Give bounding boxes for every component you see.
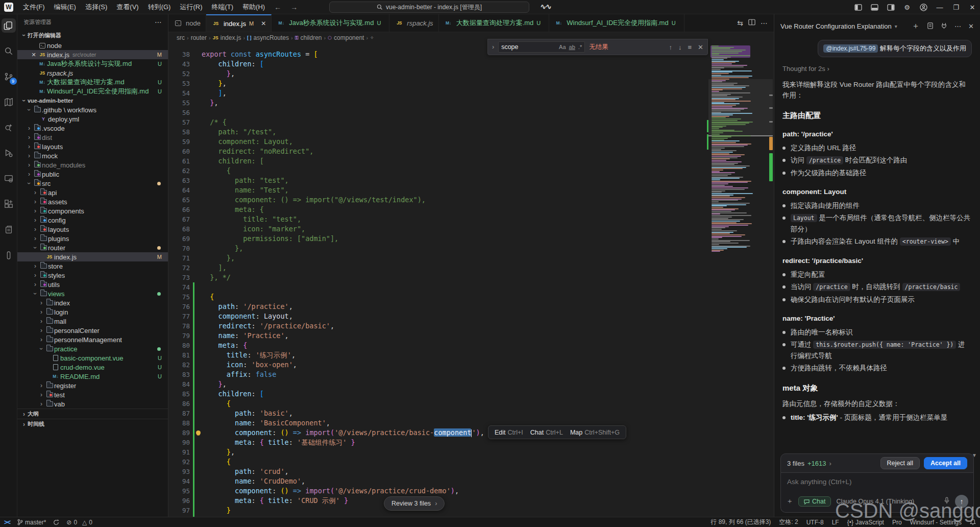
map-action[interactable]: MapCtrl+Shift+G <box>570 429 620 436</box>
git-branch-item[interactable]: master* <box>17 519 46 526</box>
send-button[interactable]: ↑ <box>955 495 968 508</box>
breadcrumb-item[interactable]: src <box>177 34 185 41</box>
edit-action[interactable]: EditCtrl+I <box>495 429 523 436</box>
code-line[interactable]: 83 affix: false <box>168 370 707 379</box>
add-context-icon[interactable]: ＋ <box>786 497 793 506</box>
open-editor-item[interactable]: M↓大数据量查询处理方案.mdU <box>17 78 168 87</box>
tree-item[interactable]: crud-demo.vueU <box>17 363 168 372</box>
tab-close-icon[interactable]: ✕ <box>261 20 266 27</box>
toggle-panel-icon[interactable] <box>867 0 882 14</box>
find-next-icon[interactable]: ↓ <box>678 43 682 51</box>
toggle-sidebar-left-icon[interactable] <box>850 0 866 14</box>
tree-item[interactable]: ›utils <box>17 280 168 289</box>
activity-capsule-icon[interactable] <box>2 248 16 262</box>
activity-explorer-icon[interactable] <box>2 18 16 33</box>
activity-source-control-icon[interactable]: 9 <box>2 69 16 84</box>
code-line[interactable]: 57 /* { <box>168 117 707 127</box>
workspace-root[interactable]: › vue-admin-better <box>17 96 168 105</box>
code-line[interactable]: 72 ], <box>168 263 707 273</box>
code-line[interactable]: 76 path: '/practice', <box>168 302 707 312</box>
tree-item[interactable]: ›router <box>17 243 168 252</box>
tree-item[interactable]: ›personnelManagement <box>17 335 168 344</box>
command-center-search[interactable]: vue-admin-better - index.js [管理员] <box>329 2 529 13</box>
code-line[interactable]: 79 name: 'Practice', <box>168 331 707 341</box>
plan-item[interactable]: Pro <box>892 519 902 526</box>
menu-item[interactable]: 帮助(H) <box>238 0 270 14</box>
code-line[interactable]: 65 component: () => import("@/views/test… <box>168 195 707 205</box>
code-line[interactable]: 75 { <box>168 292 707 302</box>
cursor-position-item[interactable]: 行 89, 列 66 (已选择3) <box>710 518 771 526</box>
open-editor-item[interactable]: ✕JSindex.jssrc\routerM <box>17 50 168 59</box>
find-close-icon[interactable]: ✕ <box>698 43 703 51</box>
tree-item[interactable]: basic-component.vueU <box>17 353 168 363</box>
tree-item[interactable]: ›dist <box>17 133 168 142</box>
history-icon[interactable] <box>927 22 934 31</box>
plug-icon[interactable] <box>941 22 947 31</box>
tree-item[interactable]: ›config <box>17 215 168 225</box>
settings-gear-icon[interactable]: ⚙ <box>899 0 915 14</box>
tree-item[interactable]: ›vab <box>17 399 168 409</box>
code-line[interactable]: 94 name: 'CrudDemo', <box>168 476 707 486</box>
tree-item[interactable]: ›components <box>17 206 168 215</box>
find-prev-icon[interactable]: ↑ <box>669 43 673 51</box>
indentation-item[interactable]: 空格: 2 <box>779 518 798 526</box>
tree-item[interactable]: Ydeploy.yml <box>17 114 168 124</box>
review-files-button[interactable]: Review 3 files › <box>384 496 445 511</box>
activity-extensions-icon[interactable] <box>2 197 16 211</box>
open-editor-item[interactable]: >_node <box>17 41 168 50</box>
chat-mode-selector[interactable]: Chat <box>798 496 831 507</box>
sync-changes-item[interactable] <box>53 519 59 525</box>
mic-icon[interactable] <box>944 497 950 506</box>
tree-item[interactable]: ›src <box>17 179 168 188</box>
tree-item[interactable]: ›plugins <box>17 234 168 243</box>
language-mode-item[interactable]: {•}JavaScript <box>847 519 884 526</box>
menu-item[interactable]: 终端(T) <box>207 0 238 14</box>
menu-item[interactable]: 转到(G) <box>143 0 176 14</box>
menu-item[interactable]: 文件(F) <box>18 0 50 14</box>
problems-item[interactable]: ⊘0 △0 <box>66 519 92 526</box>
editor-tab[interactable]: JSrspack.js <box>389 14 438 32</box>
whole-word-icon[interactable]: ab <box>569 44 575 50</box>
more-actions-icon[interactable]: ⋯ <box>954 22 961 30</box>
regex-icon[interactable]: .* <box>578 44 582 50</box>
code-line[interactable]: 58 path: "/test", <box>168 127 707 137</box>
code-line[interactable]: 68 icon: "marker", <box>168 224 707 234</box>
code-line[interactable]: 95 component: () => import('@/views/prac… <box>168 486 707 496</box>
breadcrumb-item[interactable]: index.js <box>220 34 241 41</box>
tree-item[interactable]: ›personalCenter <box>17 326 168 335</box>
close-panel-icon[interactable]: ✕ <box>968 22 974 30</box>
code-line[interactable]: 84 }, <box>168 379 707 389</box>
code-line[interactable]: 78 redirect: '/practice/basic', <box>168 321 707 331</box>
code-line[interactable]: 92 { <box>168 457 707 467</box>
tree-item[interactable]: ›assets <box>17 197 168 206</box>
code-line[interactable]: 60 redirect: "noRedirect", <box>168 147 707 156</box>
tree-item[interactable]: ›views <box>17 289 168 298</box>
code-line[interactable]: 59 component: Layout, <box>168 137 707 147</box>
code-line[interactable]: 74 <box>168 282 707 292</box>
editor-tab[interactable]: JSindex.jsM✕ <box>206 14 272 32</box>
open-editor-item[interactable]: M↓Windsurf_AI_IDE完全使用指南.mdU <box>17 87 168 96</box>
code-line[interactable]: 56 <box>168 108 707 117</box>
code-line[interactable]: 86 { <box>168 399 707 409</box>
tree-item[interactable]: ›node_modules <box>17 160 168 170</box>
code-line[interactable]: 93 path: 'crud', <box>168 467 707 476</box>
timeline-section[interactable]: › 时间线 <box>17 419 168 429</box>
split-editor-icon[interactable] <box>748 19 755 27</box>
code-line[interactable]: 80 meta: { <box>168 341 707 350</box>
menu-item[interactable]: 查看(V) <box>112 0 143 14</box>
code-editor[interactable]: 38export const asyncRoutes = [43 childre… <box>168 43 774 517</box>
breadcrumb-item[interactable]: router <box>191 34 207 41</box>
close-file-icon[interactable]: ✕ <box>30 52 38 58</box>
code-line[interactable]: 77 component: Layout, <box>168 312 707 321</box>
code-line[interactable]: 90 meta: { title: '基础组件练习' } <box>168 438 707 447</box>
explorer-more-actions-icon[interactable]: ⋯ <box>155 18 162 26</box>
editor-tab[interactable]: M↓Windsurf_AI_IDE完全使用指南.mdU <box>549 14 684 32</box>
tree-item[interactable]: ›mock <box>17 151 168 160</box>
lightbulb-icon[interactable] <box>194 430 202 435</box>
code-line[interactable]: 70 }, <box>168 244 707 253</box>
activity-remote-icon[interactable] <box>2 172 16 186</box>
tree-item[interactable]: ›.github \ workflows <box>17 105 168 114</box>
open-changes-icon[interactable]: ⇆ <box>737 19 743 27</box>
code-line[interactable]: 54 ], <box>168 88 707 98</box>
activity-run-debug-icon[interactable] <box>2 146 16 160</box>
